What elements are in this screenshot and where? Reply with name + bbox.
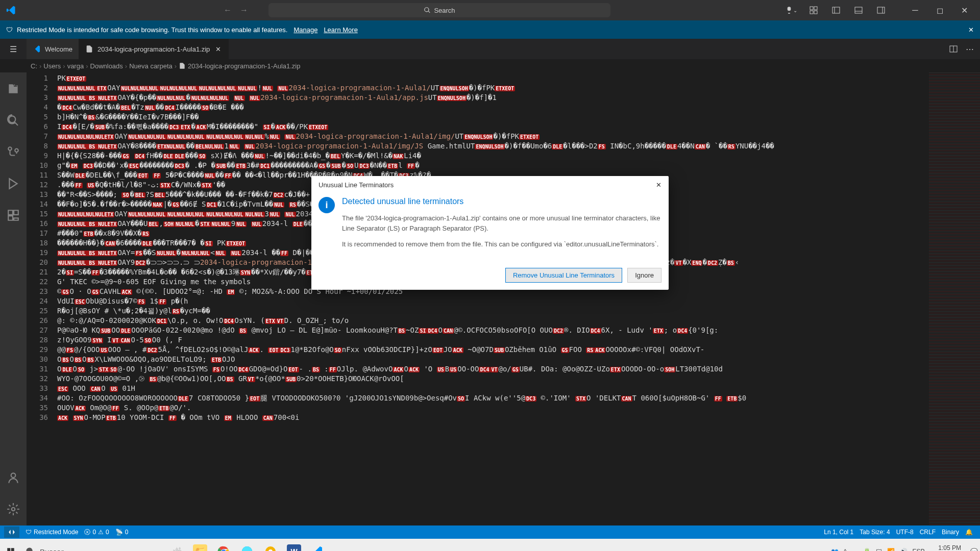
layout-customize-icon[interactable] [807, 4, 820, 16]
unusual-terminators-dialog: Unusual Line Terminators ✕ i Detected un… [311, 176, 669, 290]
start-button[interactable] [2, 541, 19, 551]
minimap[interactable] [929, 72, 980, 525]
security-icon[interactable]: 🛡 [876, 548, 882, 551]
search-activity-icon[interactable] [1, 108, 26, 133]
battery-icon[interactable]: 🔋 [863, 548, 871, 551]
tray-chevron-icon[interactable]: ^ [844, 548, 847, 551]
svg-rect-2 [810, 11, 813, 14]
file-explorer-icon[interactable]: 📁 [189, 541, 211, 551]
manage-link[interactable]: Manage [293, 26, 317, 34]
ports-status[interactable]: 📡 0 [112, 529, 132, 536]
chevron-right-icon: › [125, 62, 127, 70]
wifi-icon[interactable]: 📶 [887, 548, 895, 551]
chevron-right-icon: › [175, 62, 177, 70]
copilot-icon[interactable]: ⌄ [785, 4, 797, 16]
breadcrumb-item[interactable]: Downloads [90, 62, 123, 70]
taskview-icon[interactable]: 🏙 [165, 541, 188, 551]
settings-gear-icon[interactable] [1, 497, 26, 521]
dialog-text-1: The file '2034-logica-programacion-1-Aul… [342, 213, 662, 233]
tab-close-button[interactable]: ✕ [214, 45, 222, 53]
banner-message: Restricted Mode is intended for safe cod… [17, 26, 287, 34]
chevron-right-icon: › [86, 62, 88, 70]
system-clock[interactable]: 1:05 PM 1/15/2025 [930, 544, 965, 551]
file-tab[interactable]: 2034-logica-programacion-1-Aula1.zip ✕ [79, 39, 229, 59]
status-bar: 🛡 Restricted Mode ⓧ 0 ⚠ 0 📡 0 Ln 1, Col … [0, 525, 980, 539]
command-center-search[interactable]: Search [268, 3, 610, 17]
cursor-position[interactable]: Ln 1, Col 1 [821, 529, 856, 536]
problems-status[interactable]: ⓧ 0 ⚠ 0 [81, 528, 112, 537]
editor[interactable]: 1234567891011121314151617181920212223242… [27, 72, 980, 525]
breadcrumb-item[interactable]: 2034-logica-programacion-1-Aula1.zip [188, 62, 300, 70]
dialog-heading: Detected unusual line terminators [342, 197, 662, 206]
svg-point-12 [11, 473, 16, 478]
ignore-button[interactable]: Ignore [627, 268, 662, 283]
restricted-mode-status[interactable]: 🛡 Restricted Mode [22, 529, 81, 536]
code-content[interactable]: PKETXEOTNULNULNULNULETXOAYNULNULNULNULNU… [57, 72, 929, 525]
dialog-text-2: It is recommended to remove them from th… [342, 239, 662, 249]
info-icon: i [318, 197, 335, 213]
run-debug-icon[interactable] [1, 171, 26, 196]
close-banner-button[interactable]: ✕ [968, 26, 974, 34]
accounts-icon[interactable] [1, 465, 26, 490]
toggle-panel-icon[interactable] [852, 4, 865, 16]
tab-size[interactable]: Tab Size: 4 [856, 529, 893, 536]
tab-label: Welcome [45, 45, 72, 53]
more-actions-icon[interactable]: ⋯ [964, 43, 976, 55]
breadcrumb-item[interactable]: Nueva carpeta [129, 62, 173, 70]
chrome-icon[interactable] [212, 541, 235, 551]
extensions-icon[interactable] [1, 203, 26, 228]
shield-icon: 🛡 [6, 26, 13, 34]
notifications-icon[interactable]: 🔔 [962, 529, 976, 536]
welcome-tab[interactable]: Welcome [27, 39, 79, 59]
search-placeholder: Search [434, 7, 455, 14]
line-numbers: 1234567891011121314151617181920212223242… [27, 72, 57, 525]
dialog-close-button[interactable]: ✕ [656, 181, 662, 189]
breadcrumb: C:› Users› varga› Downloads› Nueva carpe… [0, 59, 980, 72]
file-icon [85, 45, 93, 53]
svg-rect-0 [810, 7, 813, 10]
window-maximize-button[interactable]: ◻ [928, 1, 951, 19]
breadcrumb-item[interactable]: Users [43, 62, 61, 70]
breadcrumb-item[interactable]: varga [67, 62, 84, 70]
learn-more-link[interactable]: Learn More [324, 26, 357, 34]
language-mode[interactable]: Binary [939, 529, 962, 536]
remove-terminators-button[interactable]: Remove Unusual Line Terminators [505, 268, 622, 283]
window-close-button[interactable]: ✕ [952, 1, 976, 19]
nav-forward-button[interactable]: → [237, 3, 251, 17]
action-center-icon[interactable]: 💬 [970, 548, 978, 551]
menu-button[interactable]: ☰ [0, 39, 27, 59]
search-icon [26, 547, 35, 551]
encoding[interactable]: UTF-8 [893, 529, 917, 536]
source-control-icon[interactable] [1, 140, 26, 164]
svg-rect-8 [877, 7, 885, 13]
window-minimize-button[interactable]: ─ [903, 1, 927, 19]
chevron-right-icon: › [63, 62, 65, 70]
toggle-secondary-sidebar-icon[interactable] [875, 4, 887, 16]
svg-rect-6 [855, 7, 862, 13]
remote-indicator[interactable] [4, 527, 19, 538]
edge-icon[interactable] [236, 541, 258, 551]
explorer-icon[interactable] [1, 77, 26, 101]
dialog-title: Unusual Line Terminators [318, 181, 394, 189]
language-indicator[interactable]: ESP [913, 548, 925, 551]
title-bar: ← → Search ⌄ ─ ◻ ✕ [0, 0, 980, 20]
meet-now-icon[interactable]: 👥 [831, 548, 839, 551]
toggle-sidebar-icon[interactable] [830, 4, 842, 16]
svg-rect-4 [832, 7, 840, 13]
activity-bar [0, 72, 27, 525]
vscode-taskbar-icon[interactable] [306, 541, 329, 551]
tab-bar: ☰ Welcome 2034-logica-programacion-1-Aul… [0, 39, 980, 59]
svg-rect-1 [814, 7, 817, 10]
split-editor-icon[interactable] [947, 43, 960, 55]
volume-icon[interactable]: 🔊 [900, 548, 908, 551]
word-icon[interactable]: W [283, 541, 305, 551]
vscode-logo-icon [6, 5, 16, 15]
chrome-canary-icon[interactable] [259, 541, 282, 551]
onedrive-icon[interactable]: ☁ [852, 548, 858, 551]
taskbar-search[interactable]: Buscar [19, 541, 162, 551]
nav-back-button[interactable]: ← [220, 3, 235, 17]
breadcrumb-item[interactable]: C: [31, 62, 37, 70]
tab-label: 2034-logica-programacion-1-Aula1.zip [97, 45, 210, 53]
search-icon [424, 7, 431, 14]
eol[interactable]: CRLF [917, 529, 939, 536]
